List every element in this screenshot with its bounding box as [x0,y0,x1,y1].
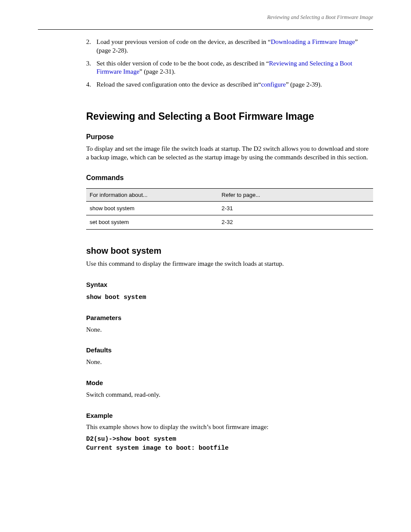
purpose-paragraph: To display and set the image file the sw… [86,145,373,162]
table-row: set boot system 2-32 [86,215,373,229]
list-item-pre: Load your previous version of code on th… [97,38,271,45]
link-configure[interactable]: configure [261,81,286,88]
example-description: This example shows how to display the sw… [86,423,373,432]
list-item: 4. Reload the saved configuration onto t… [86,81,373,89]
parameters-value: None. [86,326,373,334]
section-title: Reviewing and Selecting a Boot Firmware … [86,110,373,123]
table-header-col2: Refer to page... [218,189,373,202]
command-description: Use this command to display the firmware… [86,260,373,268]
list-item: 2. Load your previous version of code on… [86,38,373,55]
mode-value: Switch command, read-only. [86,391,373,399]
example-heading: Example [86,411,373,420]
table-cell-command: show boot system [86,202,218,215]
page-header-section: Reviewing and Selecting a Boot Firmware … [267,14,373,21]
list-item: 3. Set this older version of code to be … [86,59,373,77]
list-item-body: Reload the saved configuration onto the … [97,81,373,89]
syntax-heading: Syntax [86,280,373,289]
mode-heading: Mode [86,379,373,387]
parameters-heading: Parameters [86,314,373,322]
example-code-line1: D2(su)->show boot system [86,435,373,443]
commands-table: For information about... Refer to page..… [86,188,373,229]
list-item-pre: Set this older version of code to be the… [97,60,269,67]
list-item-body: Set this older version of code to be the… [97,59,373,77]
list-item-pre: Reload the saved configuration onto the … [97,81,261,88]
defaults-value: None. [86,358,373,367]
link-downloading-firmware[interactable]: Downloading a Firmware Image [271,38,355,45]
table-header-col1: For information about... [86,189,218,202]
table-cell-page: 2-31 [218,202,373,215]
syntax-value: show boot system [86,293,373,302]
list-item-post: ” (page 2-39). [286,81,322,88]
command-title: show boot system [86,245,373,256]
example-code-line2: Current system image to boot: bootfile [86,444,373,452]
list-item-number: 3. [86,59,97,77]
table-cell-command: set boot system [86,215,218,229]
list-item-post: ” (page 2-31). [140,68,176,75]
purpose-heading: Purpose [86,132,373,141]
list-item-number: 2. [86,38,97,55]
list-item-number: 4. [86,81,97,89]
defaults-heading: Defaults [86,346,373,355]
table-row: show boot system 2-31 [86,202,373,215]
table-cell-page: 2-32 [218,215,373,229]
header-rule [38,29,373,30]
commands-heading: Commands [86,173,373,182]
list-item-body: Load your previous version of code on th… [97,38,373,55]
